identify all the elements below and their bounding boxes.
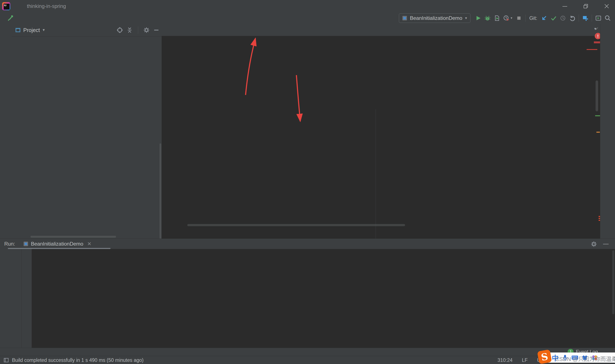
project-icon [15, 27, 21, 33]
run-panel-label: Run: [4, 241, 15, 247]
line-ending[interactable]: LF [522, 357, 528, 363]
run-tab-label: BeanInitializationDemo [31, 241, 83, 247]
console-output[interactable] [32, 249, 615, 350]
editor-vertical-scrollbar[interactable] [596, 80, 598, 111]
stop-button [514, 13, 524, 23]
run-tool-window: Run: BeanInitializationDemo ✕ — [0, 239, 615, 348]
project-horizontal-scrollbar[interactable] [30, 236, 116, 238]
chevron-down-icon: ▼ [465, 16, 468, 20]
run-header: Run: BeanInitializationDemo ✕ — [0, 239, 615, 249]
toolwindow-toggle-icon [3, 357, 9, 363]
git-update-button[interactable] [539, 13, 549, 23]
run-configuration-select[interactable]: BeanInitializationDemo ▼ [399, 13, 470, 23]
git-label: Git: [529, 15, 537, 21]
code-editor[interactable] [162, 36, 600, 239]
profiler-button[interactable] [502, 13, 511, 23]
warning-mark [596, 132, 600, 133]
restore-button[interactable] [583, 3, 588, 9]
navigation-bar: BeanInitializationDemo ▼ ▼ Git: [0, 12, 615, 24]
chevron-down-icon[interactable]: ▼ [510, 16, 513, 20]
error-underline [587, 49, 597, 50]
ide-window: IU thinking-in-spring BeanInitialization… [0, 0, 615, 364]
close-button[interactable] [604, 3, 609, 9]
menu-bar: IU thinking-in-spring [0, 0, 615, 12]
search-everywhere-button[interactable] [603, 13, 613, 23]
status-message[interactable]: Build completed successfully in 1 s 490 … [3, 357, 144, 363]
project-tool-window: Project ▼ [12, 24, 162, 239]
run-configuration-name: BeanInitializationDemo [410, 15, 462, 21]
console-scrollbar[interactable] [612, 250, 614, 314]
editor-area: ▼ ✓ ! [162, 24, 600, 239]
inspection-ok-icon: ✓ [595, 26, 599, 31]
git-commit-button[interactable] [549, 13, 558, 23]
build-hammer-icon[interactable] [6, 13, 15, 23]
right-tool-stripe [600, 24, 615, 239]
project-tree [12, 36, 162, 239]
hide-panel-icon[interactable]: — [603, 240, 609, 247]
collapse-all-icon[interactable] [126, 27, 133, 33]
project-vertical-scrollbar[interactable] [160, 143, 161, 239]
ime-logo: S [537, 349, 552, 364]
editor-tabs [162, 24, 600, 36]
editor-horizontal-scrollbar[interactable] [187, 224, 405, 226]
project-header[interactable]: Project ▼ [12, 24, 162, 37]
gear-icon[interactable] [143, 27, 150, 33]
console-toolbar [22, 249, 32, 351]
window-controls [562, 0, 609, 12]
app-config-icon [402, 15, 408, 21]
main-area: Project ▼ ▼ ✓ ! [0, 24, 615, 239]
run-toolbar [12, 249, 22, 351]
hide-panel-icon[interactable] [153, 27, 160, 33]
project-structure-button[interactable] [581, 13, 590, 23]
history-button [558, 13, 568, 23]
window-title: thinking-in-spring [27, 3, 66, 9]
minimize-button[interactable] [562, 3, 568, 9]
debug-button[interactable] [483, 13, 492, 23]
csdn-watermark-text: CSDN @只因为你而温柔 [555, 355, 615, 363]
status-bar: Build completed successfully in 1 s 490 … [0, 356, 615, 364]
intellij-logo-icon: IU [2, 2, 10, 10]
project-view-title: Project [23, 27, 40, 33]
app-config-icon [23, 241, 29, 247]
chevron-down-icon: ▼ [42, 28, 45, 32]
tool-window-bar [0, 348, 615, 356]
rollback-button[interactable] [568, 13, 577, 23]
coverage-button[interactable] [492, 13, 502, 23]
locate-file-icon[interactable] [117, 27, 123, 33]
left-tool-stripe [0, 24, 12, 239]
caret-position[interactable]: 310:24 [497, 357, 512, 363]
run-tab[interactable]: BeanInitializationDemo ✕ [21, 239, 94, 249]
run-anything-button[interactable] [594, 13, 603, 23]
run-button[interactable] [473, 13, 483, 23]
close-icon[interactable]: ✕ [87, 241, 91, 247]
watermark-overlay: 中 S CSDN @只因为你而温柔 [530, 349, 615, 364]
gear-icon[interactable] [591, 241, 597, 247]
